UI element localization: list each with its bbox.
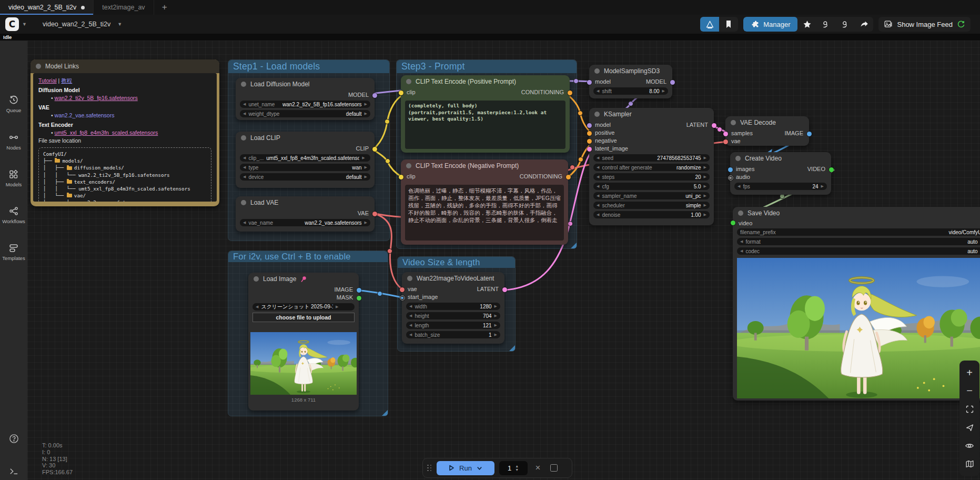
collapse-dot[interactable]: [594, 112, 600, 117]
update-all-button[interactable]: [835, 17, 854, 32]
node-clip-text-encode-positive[interactable]: CLIP Text Encode (Positive Prompt) clipC…: [401, 75, 570, 153]
widget-batch-size[interactable]: ◀batch_size1▶: [406, 331, 500, 338]
input-port-samples[interactable]: [723, 132, 728, 136]
tutorial-link[interactable]: Tutorial: [38, 77, 57, 84]
text-encoder-download-link[interactable]: umt5_xxl_fp8_e4m3fn_scaled.safetensors: [55, 129, 158, 136]
input-port-positive[interactable]: [587, 131, 592, 136]
widget-steps[interactable]: ◀steps20▶: [593, 173, 710, 181]
arrow-right-icon[interactable]: ▶: [704, 203, 706, 207]
node-title-bar[interactable]: Load Diffusion Model: [236, 78, 375, 91]
output-port-model[interactable]: [372, 93, 377, 98]
arrow-right-icon[interactable]: ▶: [365, 221, 367, 225]
collapse-dot[interactable]: [407, 276, 412, 281]
vae-download-link[interactable]: wan2.2_vae.safetensors: [55, 112, 115, 118]
terminal-button[interactable]: [9, 466, 19, 478]
node-create-video[interactable]: Create Video imagesVIDEO audio ◀fps24▶: [730, 152, 831, 195]
collapse-dot[interactable]: [241, 135, 246, 141]
widget-fps[interactable]: ◀fps24▶: [734, 183, 827, 190]
tab-text2image-av[interactable]: text2image_av: [94, 0, 154, 15]
node-wan22-image-to-video-latent[interactable]: Wan22ImageToVideoLatent vaeLATENT start_…: [402, 272, 504, 344]
widget-scheduler[interactable]: ◀schedulersimple▶: [593, 202, 710, 209]
output-port-video[interactable]: [829, 167, 834, 172]
output-port-vae[interactable]: [372, 212, 377, 216]
collapse-dot[interactable]: [241, 82, 246, 87]
group-resize-handle[interactable]: [571, 243, 577, 248]
arrow-left-icon[interactable]: ◀: [243, 221, 246, 225]
node-clip-text-encode-negative[interactable]: CLIP Text Encode (Negative Prompt) clipC…: [401, 159, 568, 245]
input-port-audio[interactable]: [728, 175, 733, 181]
node-title-bar[interactable]: KSampler: [589, 108, 714, 121]
comfyui-logo[interactable]: C: [5, 17, 19, 31]
output-port-latent[interactable]: [502, 287, 507, 292]
output-port-image[interactable]: [357, 288, 361, 293]
widget-weight-dtype[interactable]: ◀weight_dtypedefault▶: [240, 110, 370, 117]
widget-type[interactable]: ◀typewan▶: [240, 164, 370, 171]
node-save-video[interactable]: Save Video video filename_prefixvideo/Co…: [733, 207, 980, 401]
input-port-clip[interactable]: [399, 175, 403, 179]
node-model-sampling-sd3[interactable]: ModelSamplingSD3 modelMODEL ◀shift8.00▶: [589, 65, 672, 98]
output-port-clip[interactable]: [372, 147, 377, 152]
collapse-dot[interactable]: [241, 200, 246, 205]
collapse-dot[interactable]: [36, 64, 41, 69]
arrow-left-icon[interactable]: ◀: [243, 112, 246, 116]
sidebar-item-models[interactable]: Models: [0, 169, 27, 187]
node-model-links-note[interactable]: Model Links Tutorial | 教程 Diffusion Mode…: [31, 59, 219, 206]
prompt-textarea[interactable]: 色调艳丽，过曝，静态，细节模糊不清，字幕，风格，作品，画作，画面，静止，整体发灰…: [405, 185, 564, 241]
group-resize-handle[interactable]: [509, 345, 515, 351]
collapse-dot[interactable]: [731, 120, 736, 125]
sidebar-item-nodes[interactable]: Nodes: [0, 132, 27, 151]
output-port-conditioning[interactable]: [568, 91, 572, 95]
widget-length[interactable]: ◀length121▶: [406, 322, 500, 329]
widget-denoise[interactable]: ◀denoise1.00▶: [593, 211, 710, 218]
collapse-dot[interactable]: [594, 68, 600, 74]
arrow-right-icon[interactable]: ▶: [704, 156, 706, 160]
choose-file-button[interactable]: choose file to upload: [252, 313, 355, 322]
arrow-right-icon[interactable]: ▶: [821, 184, 824, 188]
chevron-down-icon[interactable]: ▼: [22, 22, 27, 27]
input-port-images[interactable]: [728, 167, 733, 172]
favorites-button[interactable]: [797, 17, 816, 32]
arrow-right-icon[interactable]: ▶: [704, 165, 706, 169]
arrow-right-icon[interactable]: ▶: [704, 213, 706, 217]
widget-shift[interactable]: ◀shift8.00▶: [593, 87, 668, 95]
node-title-bar[interactable]: Load Image: [248, 273, 359, 285]
batch-count-input[interactable]: 1 ▲▼: [499, 461, 528, 475]
collapse-dot[interactable]: [406, 163, 411, 168]
widget-image-file[interactable]: ◀スクリーンショット 2025-09-10 ...▶: [252, 303, 355, 311]
collapse-dot[interactable]: [406, 79, 411, 84]
arrow-right-icon[interactable]: ▶: [704, 194, 706, 198]
arrow-left-icon[interactable]: ◀: [597, 89, 599, 93]
arrow-right-icon[interactable]: ▶: [704, 184, 706, 188]
node-load-clip[interactable]: Load CLIP CLIP ◀clip_...umt5_xxl_fp8_e4m…: [236, 132, 375, 188]
collapse-dot[interactable]: [738, 211, 743, 216]
arr ow-right-icon[interactable]: ▶: [494, 304, 497, 308]
arrow-left-icon[interactable]: ◀: [243, 102, 246, 106]
show-image-feed-toggle[interactable]: Show Image Feed: [878, 17, 971, 32]
widget-control-after-generate[interactable]: ◀control after generaterandomize▶: [593, 164, 710, 171]
workflow-overview-button[interactable]: [700, 17, 719, 32]
zoom-in-button[interactable]: +: [963, 366, 976, 379]
arrow-left-icon[interactable]: ◀: [409, 314, 412, 318]
arrow-left-icon[interactable]: ◀: [597, 184, 599, 188]
arrow-left-icon[interactable]: ◀: [597, 194, 599, 198]
arrow-right-icon[interactable]: ▶: [494, 314, 497, 318]
node-load-image[interactable]: Load Image IMAGE MASK ◀スクリーンショット 2025-09…: [248, 273, 359, 411]
sidebar-item-templates[interactable]: Templates: [0, 243, 27, 261]
arrow-right-icon[interactable]: ▶: [362, 156, 365, 160]
arrow-left-icon[interactable]: ◀: [243, 165, 246, 169]
node-load-vae[interactable]: Load VAE VAE ◀vae_namewan2.2_vae.safeten…: [236, 196, 375, 232]
arrow-right-icon[interactable]: ▶: [494, 323, 497, 327]
node-load-diffusion-model[interactable]: Load Diffusion Model MODEL ◀unet_namewan…: [236, 78, 375, 120]
collapse-dot[interactable]: [254, 276, 259, 282]
group-resize-handle[interactable]: [382, 410, 388, 416]
node-title-bar[interactable]: VAE Decode: [725, 116, 809, 129]
input-port-model[interactable]: [587, 123, 592, 128]
node-title-bar[interactable]: Model Links: [31, 59, 219, 73]
arrow-left-icon[interactable]: ◀: [597, 175, 599, 179]
arrow-left-icon[interactable]: ◀: [597, 156, 599, 160]
drag-handle[interactable]: [427, 465, 432, 472]
collapse-dot[interactable]: [735, 156, 741, 161]
widget-height[interactable]: ◀height704▶: [406, 312, 500, 319]
arrow-right-icon[interactable]: ▶: [365, 112, 367, 116]
group-title-bar[interactable]: For i2v, use Ctrl + B to enable: [228, 251, 388, 262]
